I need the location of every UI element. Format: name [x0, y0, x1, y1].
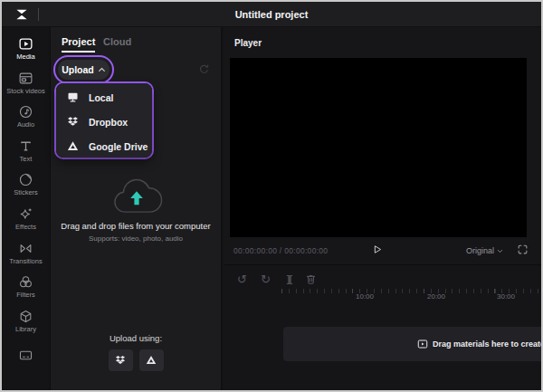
ruler-label: 10:00 [356, 292, 374, 301]
player-title: Player [234, 38, 262, 48]
google-drive-icon [145, 354, 157, 367]
media-panel: Project Cloud Upload Local Dropbox [51, 27, 223, 390]
ruler-label: 20:00 [427, 292, 445, 301]
sidebar-item-stock-videos[interactable]: Stock videos [2, 71, 51, 105]
video-preview[interactable] [230, 58, 527, 237]
sidebar-item-label: Library [15, 326, 36, 333]
split-button[interactable]: ][ [282, 272, 296, 286]
chevron-up-icon [98, 67, 106, 72]
sidebar-item-label: Stock videos [6, 88, 45, 95]
play-button[interactable] [370, 243, 384, 256]
media-icon [18, 36, 33, 52]
text-icon [18, 139, 33, 154]
dropzone-subtitle: Supports: video, photo, audio [51, 234, 221, 243]
sidebar-item-label: Text [20, 156, 33, 163]
tab-cloud[interactable]: Cloud [103, 36, 131, 47]
audio-icon [18, 104, 33, 120]
upload-button-label: Upload [62, 64, 94, 75]
sidebar-item-media[interactable]: Media [2, 36, 51, 71]
project-title: Untitled project [2, 9, 541, 20]
upload-using-buttons [51, 349, 221, 371]
topbar: Untitled project [2, 2, 541, 27]
upload-menu: Local Dropbox Google Drive [56, 83, 152, 158]
menu-item-label: Local [89, 92, 113, 103]
track-drop-hint-text: Drag materials here to create fantas [433, 339, 541, 349]
sidebar-item-label: Stickers [14, 189, 38, 196]
sidebar-item-label: Transitions [9, 258, 42, 265]
sidebar-item-text[interactable]: Text [2, 139, 51, 173]
menu-item-label: Google Drive [89, 141, 148, 152]
cloud-upload-icon [106, 177, 167, 220]
upload-using-label: Upload using: [51, 333, 221, 343]
resolution-label: Original [466, 246, 494, 255]
sidebar-item-stickers[interactable]: Stickers [2, 172, 51, 206]
sidebar-item-effects[interactable]: Effects [2, 206, 51, 241]
sidebar-item-label: Effects [15, 224, 36, 231]
stock-videos-icon [18, 71, 33, 86]
timeline-track[interactable]: Drag materials here to create fantas [283, 327, 541, 361]
undo-button[interactable]: ↺ [235, 272, 249, 286]
active-tab-underline [62, 51, 95, 53]
tab-project[interactable]: Project [62, 36, 95, 47]
google-drive-icon [66, 139, 80, 153]
library-icon [18, 309, 33, 324]
sidebar-item-library[interactable]: Library [2, 309, 51, 343]
player-panel: Player 00:00:00:00 / 00:00:00:00 Origina… [224, 27, 541, 264]
sidebar-item-captions[interactable] [2, 348, 51, 382]
sidebar: Media Stock videos Audio Text Stickers E… [2, 27, 51, 390]
sidebar-item-label: Filters [16, 292, 34, 299]
timeline-panel: ↺ ↻ ][ 10:00 20:00 30:00 Drag materials … [224, 264, 541, 390]
monitor-icon [66, 91, 80, 104]
sidebar-item-label: Media [16, 53, 34, 61]
chevron-down-icon [497, 249, 503, 253]
dropzone-title: Drag and drop files from your computer [51, 221, 221, 231]
fullscreen-icon[interactable] [517, 244, 529, 255]
dropbox-icon [66, 115, 80, 129]
redo-button[interactable]: ↻ [259, 272, 272, 286]
menu-item-dropbox[interactable]: Dropbox [56, 110, 152, 134]
captions-icon [18, 348, 33, 363]
track-drop-hint: Drag materials here to create fantas [417, 327, 541, 361]
timecode-display: 00:00:00:00 / 00:00:00:00 [233, 246, 328, 255]
effects-icon [18, 206, 33, 222]
upload-button[interactable]: Upload [58, 60, 110, 80]
ruler-label: 30:00 [497, 292, 515, 301]
stickers-icon [18, 172, 33, 187]
menu-item-label: Dropbox [89, 117, 128, 128]
video-clip-icon [417, 339, 428, 349]
sidebar-item-label: Audio [17, 121, 34, 129]
resolution-dropdown[interactable]: Original [466, 246, 503, 255]
dropbox-icon [114, 354, 127, 367]
upload-menu-annotation: Local Dropbox Google Drive [54, 81, 154, 159]
menu-item-google-drive[interactable]: Google Drive [56, 134, 152, 158]
sidebar-item-audio[interactable]: Audio [2, 104, 51, 139]
transitions-icon [18, 241, 33, 256]
dropbox-upload-button[interactable] [109, 349, 133, 371]
google-drive-upload-button[interactable] [139, 349, 164, 371]
sidebar-item-filters[interactable]: Filters [2, 274, 51, 309]
capcut-app-window: Untitled project Media Stock videos Audi… [0, 0, 543, 392]
refresh-icon[interactable] [197, 62, 211, 76]
delete-button[interactable] [304, 272, 318, 286]
menu-item-local[interactable]: Local [56, 85, 152, 110]
sidebar-item-transitions[interactable]: Transitions [2, 241, 51, 275]
filters-icon [18, 274, 33, 290]
